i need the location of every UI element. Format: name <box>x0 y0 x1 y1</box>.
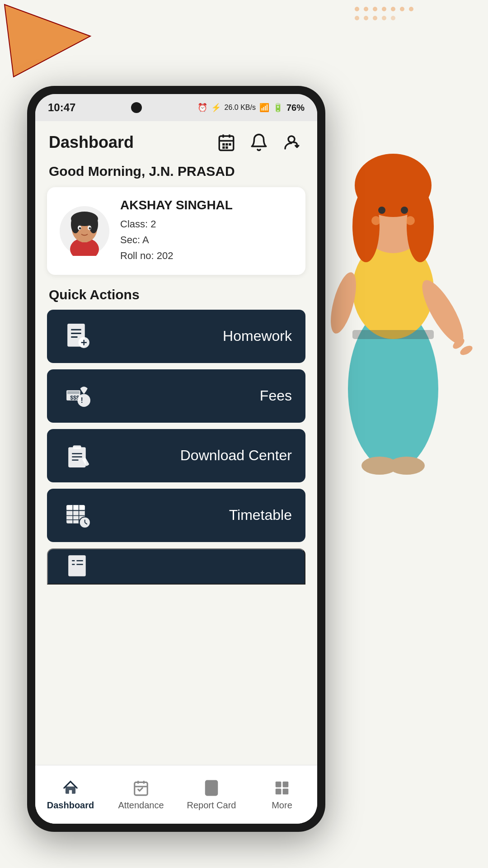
battery-level: 76% <box>286 103 305 113</box>
svg-point-24 <box>415 275 470 349</box>
download-svg-icon <box>63 441 92 470</box>
refresh-user-icon <box>282 133 301 152</box>
timetable-svg-icon <box>63 500 92 530</box>
status-icons: ⏰ ⚡ 26.0 KB/s 📶 🔋 76% <box>197 103 305 113</box>
svg-point-15 <box>352 240 434 339</box>
fees-button[interactable]: $$$ ! Fees <box>47 369 305 423</box>
homework-label: Homework <box>94 328 292 344</box>
svg-rect-35 <box>222 143 225 146</box>
dashboard-nav-label: Dashboard <box>47 800 94 811</box>
svg-marker-0 <box>5 5 90 77</box>
page-title: Dashboard <box>49 133 134 152</box>
calendar-button[interactable] <box>214 130 239 155</box>
bg-dots <box>352 5 434 41</box>
homework-icon <box>61 319 94 353</box>
student-class: Class: 2 Sec: A Roll no: 202 <box>120 216 293 264</box>
report-card-nav-icon <box>202 778 221 797</box>
bluetooth-icon: ⚡ <box>211 103 221 113</box>
svg-point-51 <box>89 227 91 229</box>
notification-button[interactable] <box>247 130 271 155</box>
actions-list: Homework $$$ ! Fees <box>35 310 317 765</box>
phone-screen: 10:47 ⏰ ⚡ 26.0 KB/s 📶 🔋 76% Dashboard <box>35 94 317 824</box>
bottom-navigation: Dashboard Attendance <box>35 765 317 824</box>
attendance-nav-icon <box>131 778 150 797</box>
svg-point-5 <box>382 7 386 11</box>
greeting-text: Good Morning, J.N. PRASAD <box>35 161 317 187</box>
quick-actions-heading: Quick Actions <box>35 285 317 310</box>
svg-point-27 <box>389 457 425 475</box>
svg-rect-71 <box>66 505 85 509</box>
svg-point-8 <box>409 7 413 11</box>
svg-rect-97 <box>283 789 289 795</box>
download-center-label: Download Center <box>94 447 292 464</box>
homework-button[interactable]: Homework <box>47 310 305 363</box>
more-nav-icon <box>272 778 291 797</box>
bg-triangle <box>0 0 99 81</box>
timetable-icon <box>61 498 94 532</box>
alarm-icon: ⏰ <box>197 103 207 113</box>
fees-svg-icon: $$$ ! <box>63 381 92 410</box>
status-time: 10:47 <box>48 101 75 114</box>
timetable-button[interactable]: Timetable <box>47 489 305 542</box>
timetable-label: Timetable <box>94 507 292 524</box>
exam-schedule-icon <box>61 549 95 583</box>
profile-button[interactable] <box>279 130 304 155</box>
svg-point-20 <box>378 207 385 214</box>
more-nav-label: More <box>272 800 292 811</box>
svg-point-4 <box>373 7 377 11</box>
data-speed: 26.0 KB/s <box>225 104 256 112</box>
svg-point-26 <box>361 457 398 475</box>
svg-rect-28 <box>352 330 434 339</box>
svg-rect-39 <box>225 146 228 149</box>
svg-point-25 <box>326 270 361 336</box>
svg-text:!: ! <box>81 396 83 404</box>
svg-point-29 <box>451 336 466 351</box>
fees-label: Fees <box>94 387 292 404</box>
status-bar: 10:47 ⏰ ⚡ 26.0 KB/s 📶 🔋 76% <box>35 94 317 121</box>
svg-point-19 <box>407 190 434 262</box>
svg-rect-36 <box>225 143 228 146</box>
header-icons <box>214 130 304 155</box>
svg-point-14 <box>348 307 438 470</box>
attendance-nav-label: Attendance <box>118 800 164 811</box>
svg-point-30 <box>459 344 474 357</box>
nav-attendance[interactable]: Attendance <box>106 774 176 815</box>
bell-icon <box>249 133 268 152</box>
svg-rect-95 <box>283 782 289 788</box>
svg-point-7 <box>400 7 404 11</box>
svg-point-23 <box>406 216 415 225</box>
svg-point-18 <box>352 190 380 262</box>
report-card-icon <box>203 779 220 797</box>
app-content: Dashboard <box>35 121 317 824</box>
fees-icon: $$$ ! <box>61 379 94 413</box>
svg-point-9 <box>355 16 359 20</box>
camera-notch <box>131 102 142 113</box>
svg-point-40 <box>288 136 295 142</box>
download-center-button[interactable]: Download Center <box>47 429 305 482</box>
attendance-icon <box>132 779 150 797</box>
network-icon: 📶 <box>259 103 269 113</box>
svg-point-62 <box>78 394 90 407</box>
exam-svg-icon <box>64 552 93 581</box>
download-center-icon <box>61 439 94 472</box>
svg-point-3 <box>364 7 368 11</box>
svg-point-6 <box>391 7 395 11</box>
svg-point-2 <box>355 7 359 11</box>
svg-rect-94 <box>276 782 282 788</box>
nav-more[interactable]: More <box>247 774 317 815</box>
svg-rect-81 <box>68 555 86 576</box>
student-card: AKSHAY SINGHAL Class: 2 Sec: A Roll no: … <box>47 187 305 275</box>
svg-rect-60 <box>67 391 79 394</box>
svg-rect-38 <box>222 146 225 149</box>
svg-point-11 <box>373 16 377 20</box>
nav-report-card[interactable]: Report Card <box>176 774 247 815</box>
svg-point-17 <box>355 154 432 217</box>
exam-schedule-button[interactable] <box>47 548 305 585</box>
student-name: AKSHAY SINGHAL <box>120 198 293 212</box>
dashboard-nav-icon <box>61 778 80 797</box>
svg-rect-37 <box>229 143 231 146</box>
home-icon <box>62 779 79 797</box>
phone-frame: 10:47 ⏰ ⚡ 26.0 KB/s 📶 🔋 76% Dashboard <box>27 86 325 832</box>
nav-dashboard[interactable]: Dashboard <box>35 774 106 815</box>
svg-point-13 <box>391 16 395 20</box>
